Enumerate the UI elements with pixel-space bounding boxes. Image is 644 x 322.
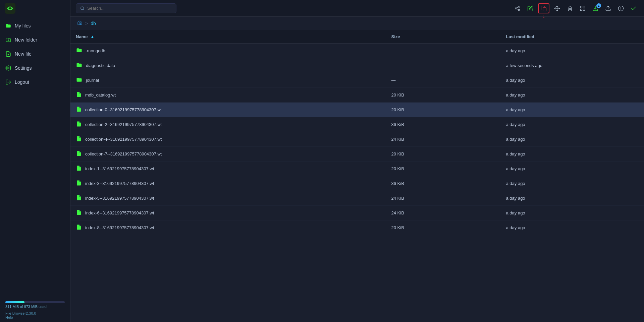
file-doc-icon <box>76 135 82 143</box>
file-modified-cell: a day ago <box>501 191 644 206</box>
file-modified-cell: a day ago <box>501 162 644 176</box>
download-button[interactable]: 1 <box>590 4 600 13</box>
file-name-cell-td: journal <box>70 73 386 88</box>
file-size-cell: 20 KiB <box>386 88 501 103</box>
file-doc-icon <box>76 150 82 158</box>
col-size-header[interactable]: Size <box>386 30 501 44</box>
table-row[interactable]: index-6--3169219975778904307.wt24 KiBa d… <box>70 206 644 220</box>
check-icon <box>631 5 637 11</box>
file-modified-cell: a day ago <box>501 176 644 191</box>
table-row[interactable]: index-3--3169219975778904307.wt36 KiBa d… <box>70 176 644 191</box>
file-name-cell-td: index-5--3169219975778904307.wt <box>70 191 386 206</box>
table-row[interactable]: index-1--3169219975778904307.wt20 KiBa d… <box>70 162 644 176</box>
sidebar-item-settings[interactable]: Settings <box>0 61 70 75</box>
file-name-cell-td: index-3--3169219975778904307.wt <box>70 176 386 191</box>
select-all-button[interactable] <box>629 4 639 13</box>
file-doc-icon <box>76 180 82 187</box>
edit-button[interactable] <box>525 4 535 13</box>
file-plus-icon <box>5 51 11 57</box>
info-icon <box>618 5 624 11</box>
col-modified-header[interactable]: Last modified <box>501 30 644 44</box>
svg-rect-14 <box>543 7 546 11</box>
svg-rect-17 <box>580 6 582 8</box>
grid-view-button[interactable] <box>578 4 588 13</box>
sidebar-item-new-folder-label: New folder <box>15 37 37 43</box>
storage-bar-background <box>5 301 65 303</box>
file-name-cell: index-5--3169219975778904307.wt <box>76 194 381 202</box>
file-name-cell-td: collection-0--3169219975778904307.wt <box>70 103 386 117</box>
help-text[interactable]: Help <box>5 315 65 319</box>
file-name-cell: mdb_catalog.wt <box>76 91 381 99</box>
file-modified-cell: a day ago <box>501 220 644 235</box>
breadcrumb-bar: > db <box>70 17 644 30</box>
delete-button[interactable] <box>565 4 575 13</box>
file-name-text: collection-7--3169219975778904307.wt <box>85 151 162 156</box>
sidebar-item-settings-label: Settings <box>15 65 32 71</box>
file-modified-cell: a few seconds ago <box>501 58 644 73</box>
move-icon <box>554 5 560 11</box>
sidebar-item-new-file[interactable]: New file <box>0 47 70 61</box>
search-box[interactable] <box>76 3 176 13</box>
file-name-text: .mongodb <box>86 48 105 53</box>
info-button[interactable] <box>616 4 626 13</box>
file-size-cell: 24 KiB <box>386 132 501 147</box>
folder-icon <box>5 23 11 29</box>
share-icon <box>515 5 521 11</box>
copy-button[interactable]: ↓ <box>538 3 549 13</box>
file-name-cell-td: collection-2--3169219975778904307.wt <box>70 117 386 132</box>
sidebar-item-logout[interactable]: Logout <box>0 75 70 89</box>
breadcrumb-separator: > <box>85 21 88 26</box>
file-name-text: index-1--3169219975778904307.wt <box>85 166 154 171</box>
file-modified-cell: a day ago <box>501 103 644 117</box>
file-name-cell-td: .mongodb <box>70 44 386 58</box>
sidebar-item-new-folder[interactable]: New folder <box>0 33 70 47</box>
file-name-text: diagnostic.data <box>86 63 115 68</box>
logout-icon <box>5 79 11 85</box>
file-doc-icon <box>76 121 82 128</box>
file-name-cell: collection-7--3169219975778904307.wt <box>76 150 381 158</box>
svg-rect-18 <box>583 6 585 8</box>
upload-button[interactable] <box>603 4 613 13</box>
sidebar-logo <box>0 0 70 17</box>
file-modified-cell: a day ago <box>501 44 644 58</box>
copy-icon <box>541 5 547 11</box>
upload-icon <box>605 5 611 11</box>
table-row[interactable]: collection-0--3169219975778904307.wt20 K… <box>70 103 644 117</box>
sort-icon: ▲ <box>90 34 95 39</box>
table-row[interactable]: collection-2--3169219975778904307.wt36 K… <box>70 117 644 132</box>
table-row[interactable]: mdb_catalog.wt20 KiBa day ago <box>70 88 644 103</box>
table-row[interactable]: collection-7--3169219975778904307.wt20 K… <box>70 147 644 162</box>
svg-line-12 <box>517 9 518 10</box>
sidebar-item-my-files[interactable]: My files <box>0 19 70 33</box>
sidebar-item-logout-label: Logout <box>15 79 29 85</box>
file-name-cell: journal <box>76 76 381 84</box>
svg-line-8 <box>83 9 84 10</box>
table-row[interactable]: journal—a day ago <box>70 73 644 88</box>
storage-label: 311 MiB of 973 MiB used <box>5 305 65 309</box>
table-row[interactable]: index-5--3169219975778904307.wt24 KiBa d… <box>70 191 644 206</box>
breadcrumb-home[interactable] <box>77 20 83 26</box>
sidebar: My files New folder New file <box>0 0 70 322</box>
file-area: Name ▲ Size Last modified .mongodb—a day… <box>70 30 644 322</box>
delete-icon <box>567 5 573 11</box>
move-button[interactable] <box>552 4 562 13</box>
file-doc-icon <box>76 165 82 173</box>
file-modified-cell: a day ago <box>501 88 644 103</box>
file-name-cell: diagnostic.data <box>76 62 381 69</box>
file-modified-cell: a day ago <box>501 132 644 147</box>
table-row[interactable]: diagnostic.data—a few seconds ago <box>70 58 644 73</box>
file-size-cell: — <box>386 73 501 88</box>
search-input[interactable] <box>87 6 172 11</box>
file-name-text: collection-0--3169219975778904307.wt <box>85 107 162 112</box>
table-row[interactable]: index-8--3169219975778904307.wt20 KiBa d… <box>70 220 644 235</box>
col-name-header[interactable]: Name ▲ <box>70 30 386 44</box>
table-row[interactable]: .mongodb—a day ago <box>70 44 644 58</box>
breadcrumb-current[interactable]: db <box>91 21 96 26</box>
table-row[interactable]: collection-4--3169219975778904307.wt24 K… <box>70 132 644 147</box>
file-name-cell: index-1--3169219975778904307.wt <box>76 165 381 173</box>
file-name-cell-td: index-8--3169219975778904307.wt <box>70 220 386 235</box>
folder-icon <box>76 47 83 55</box>
file-name-text: index-3--3169219975778904307.wt <box>85 181 154 186</box>
share-button[interactable] <box>513 4 523 13</box>
file-size-cell: 24 KiB <box>386 206 501 220</box>
